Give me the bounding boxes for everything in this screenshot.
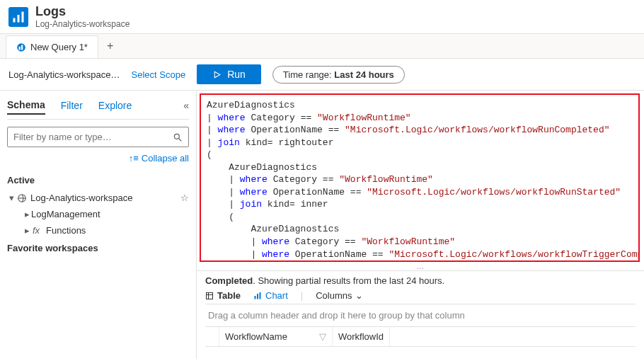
function-icon: fx xyxy=(33,225,42,236)
page-title: Logs xyxy=(35,4,130,19)
tree-root[interactable]: ▾ Log-Analytics-workspace ☆ xyxy=(7,190,189,206)
caret-right-icon: ▸ xyxy=(23,209,31,219)
caret-down-icon: ▾ xyxy=(7,193,16,203)
sidebar-collapse-icon[interactable]: « xyxy=(183,100,189,111)
svg-rect-0 xyxy=(13,18,16,22)
status-line: Completed. Showing partial results from … xyxy=(205,275,636,286)
chart-icon xyxy=(253,292,262,300)
svg-rect-10 xyxy=(207,292,213,299)
grid-col-workflowname[interactable]: WorkflowName ▽ xyxy=(219,327,333,346)
results-pane: Completed. Showing partial results from … xyxy=(197,270,644,351)
svg-rect-4 xyxy=(19,46,21,50)
tree-root-label: Log-Analytics-workspace xyxy=(30,193,133,203)
sidebar-tab-explore[interactable]: Explore xyxy=(98,97,132,114)
svg-line-7 xyxy=(179,138,182,141)
columns-dropdown[interactable]: Columns ⌄ xyxy=(316,290,363,301)
filter-input[interactable] xyxy=(13,132,173,142)
query-tab-icon xyxy=(16,42,26,52)
svg-rect-2 xyxy=(22,11,24,22)
add-tab-button[interactable]: + xyxy=(98,34,122,58)
grid-header: WorkflowName ▽ WorkflowId xyxy=(205,327,636,347)
search-icon xyxy=(173,132,183,142)
collapse-all-link[interactable]: ↑≡ Collapse all xyxy=(7,153,189,164)
page-header: Logs Log-Analytics-workspace xyxy=(0,0,644,34)
workspace-icon xyxy=(17,193,27,203)
query-tab-active[interactable]: New Query 1* xyxy=(6,35,98,58)
active-section-label: Active xyxy=(7,175,189,185)
logs-icon xyxy=(8,7,28,27)
status-completed: Completed xyxy=(205,275,253,286)
grid-col-workflowid[interactable]: WorkflowId xyxy=(333,327,390,346)
play-icon xyxy=(212,70,222,79)
star-icon[interactable]: ☆ xyxy=(180,193,189,203)
filter-icon[interactable]: ▽ xyxy=(319,331,326,342)
query-editor[interactable]: AzureDiagnostics | where Category == "Wo… xyxy=(200,93,640,262)
divider: | xyxy=(301,290,303,301)
tree-item-functions[interactable]: ▸ fx Functions xyxy=(7,222,189,239)
svg-rect-1 xyxy=(18,15,20,23)
overflow-indicator: … xyxy=(197,262,644,270)
tree-item-logmanagement[interactable]: ▸ LogManagement xyxy=(7,206,189,222)
collapse-all-icon: ↑≡ xyxy=(129,153,139,164)
select-scope-link[interactable]: Select Scope xyxy=(132,69,186,80)
sidebar: Schema Filter Explore « ↑≡ Collapse all … xyxy=(0,91,197,359)
sidebar-tab-filter[interactable]: Filter xyxy=(61,97,83,114)
svg-rect-14 xyxy=(257,294,258,299)
workspace-crumb: Log-Analytics-workspace… xyxy=(8,69,120,80)
results-tab-chart[interactable]: Chart xyxy=(253,290,288,301)
svg-point-6 xyxy=(174,134,179,139)
time-range-value: Last 24 hours xyxy=(334,69,394,80)
page-subtitle: Log-Analytics-workspace xyxy=(35,19,130,29)
run-label: Run xyxy=(227,69,246,80)
status-detail: . Showing partial results from the last … xyxy=(253,275,444,286)
filter-input-wrapper[interactable] xyxy=(7,127,189,147)
svg-rect-13 xyxy=(255,296,256,299)
svg-rect-5 xyxy=(21,45,23,50)
query-tabbar: New Query 1* + xyxy=(0,34,644,59)
sidebar-tab-schema[interactable]: Schema xyxy=(7,96,45,115)
toolbar: Log-Analytics-workspace… Select Scope Ru… xyxy=(0,59,644,91)
time-range-label: Time range: xyxy=(283,69,335,80)
run-button[interactable]: Run xyxy=(197,64,261,84)
svg-rect-15 xyxy=(260,292,261,299)
group-by-dropzone[interactable]: Drag a column header and drop it here to… xyxy=(205,304,636,327)
tree-item-label: Functions xyxy=(46,225,86,236)
favorites-label: Favorite workspaces xyxy=(7,243,189,253)
tree-item-label: LogManagement xyxy=(31,209,100,219)
table-icon xyxy=(205,292,214,300)
query-tab-label: New Query 1* xyxy=(30,42,88,52)
time-range-picker[interactable]: Time range: Last 24 hours xyxy=(272,66,405,84)
caret-right-icon: ▸ xyxy=(23,225,31,236)
chevron-down-icon: ⌄ xyxy=(355,290,363,301)
results-tab-table[interactable]: Table xyxy=(205,290,241,301)
grid-select-all[interactable] xyxy=(205,327,219,346)
